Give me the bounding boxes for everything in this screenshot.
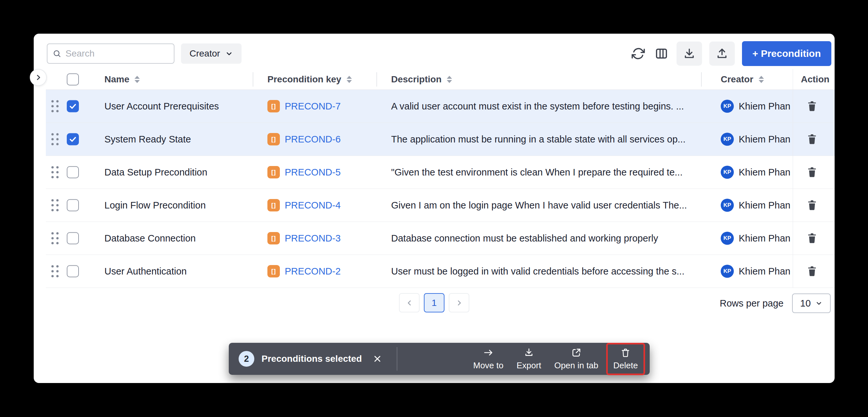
header-description[interactable]: Description	[376, 69, 701, 90]
refresh-button[interactable]	[630, 45, 646, 62]
precondition-badge-icon: []	[268, 199, 280, 211]
avatar: KP	[721, 100, 734, 113]
open-in-tab-label: Open in tab	[554, 360, 598, 371]
sort-icon[interactable]	[759, 76, 764, 83]
avatar: KP	[721, 199, 734, 212]
creator-filter-button[interactable]: Creator	[181, 43, 242, 64]
trash-icon	[806, 232, 818, 244]
open-in-tab-icon	[571, 347, 582, 358]
row-checkbox[interactable]	[67, 133, 79, 145]
sidebar-expand-button[interactable]	[30, 69, 47, 86]
next-page-button[interactable]	[449, 293, 469, 312]
selection-label: Preconditions selected	[261, 354, 362, 364]
avatar: KP	[721, 166, 734, 179]
drag-handle-icon[interactable]	[52, 133, 59, 145]
sort-icon[interactable]	[134, 76, 140, 83]
sort-icon[interactable]	[447, 76, 452, 83]
trash-icon	[806, 166, 818, 178]
chevron-right-icon	[35, 74, 42, 81]
creator-name: Khiem Phan	[739, 134, 790, 145]
header-name[interactable]: Name	[46, 69, 253, 90]
drag-handle-icon[interactable]	[52, 232, 59, 244]
download-icon	[683, 47, 695, 60]
select-all-checkbox[interactable]	[67, 73, 79, 85]
precondition-badge-icon: []	[268, 100, 280, 112]
move-to-button[interactable]: Move to	[468, 345, 509, 373]
sort-icon[interactable]	[347, 76, 352, 83]
search-input[interactable]	[65, 48, 168, 59]
toolbar: Creator	[47, 38, 831, 69]
key-cell: [] PRECOND-6	[253, 123, 376, 155]
columns-button[interactable]	[654, 46, 669, 62]
row-checkbox[interactable]	[67, 265, 79, 277]
key-cell: [] PRECOND-5	[253, 156, 376, 188]
rows-per-page-label: Rows per page	[720, 298, 783, 309]
precondition-badge-icon: []	[268, 265, 280, 277]
table-row: User Account Prerequisites [] PRECOND-7 …	[46, 90, 835, 123]
add-precondition-button[interactable]: + Precondition	[742, 41, 831, 66]
clear-selection-button[interactable]	[371, 353, 383, 365]
open-in-tab-button[interactable]: Open in tab	[549, 345, 603, 373]
export-selected-button[interactable]: Export	[511, 345, 546, 373]
precondition-key-link[interactable]: PRECOND-5	[285, 167, 341, 178]
precondition-key-link[interactable]: PRECOND-3	[285, 233, 341, 244]
row-checkbox[interactable]	[67, 232, 79, 244]
delete-row-button[interactable]	[805, 231, 819, 245]
delete-row-button[interactable]	[805, 165, 819, 179]
delete-row-button[interactable]	[805, 198, 819, 212]
drag-handle-icon[interactable]	[52, 199, 59, 211]
action-cell	[793, 222, 835, 254]
description-cell: User must be logged in with valid creden…	[376, 255, 701, 287]
header-creator-label: Creator	[721, 74, 753, 84]
precondition-key-link[interactable]: PRECOND-7	[285, 101, 341, 112]
rows-per-page-select[interactable]: 10	[792, 293, 831, 313]
divider	[397, 347, 397, 371]
header-precondition-key[interactable]: Precondition key	[253, 69, 376, 90]
trash-icon	[806, 199, 818, 211]
add-precondition-label: + Precondition	[752, 48, 821, 59]
action-cell	[793, 123, 835, 155]
rows-per-page: Rows per page 10	[720, 293, 831, 313]
previous-page-button[interactable]	[399, 293, 420, 312]
columns-icon	[655, 47, 668, 60]
drag-handle-icon[interactable]	[52, 265, 59, 277]
delete-row-button[interactable]	[805, 264, 819, 278]
precondition-description: The application must be running in a sta…	[391, 134, 685, 145]
name-cell: Database Connection	[46, 222, 253, 254]
precondition-key-link[interactable]: PRECOND-4	[285, 200, 341, 211]
page-1-button[interactable]: 1	[424, 293, 444, 312]
precondition-description: User must be logged in with valid creden…	[391, 266, 684, 277]
delete-selected-button[interactable]: Delete	[606, 343, 645, 375]
trash-icon	[806, 265, 818, 277]
selection-actions: Move to Export Open in tab Delete	[468, 343, 645, 375]
precondition-key-link[interactable]: PRECOND-6	[285, 134, 341, 145]
search-box[interactable]	[47, 43, 175, 64]
precondition-badge-icon: []	[268, 232, 280, 244]
creator-name: Khiem Phan	[739, 266, 790, 277]
creator-name: Khiem Phan	[739, 167, 790, 178]
delete-label: Delete	[613, 360, 638, 371]
delete-row-button[interactable]	[805, 99, 819, 113]
precondition-name: User Account Prerequisites	[104, 101, 219, 112]
key-cell: [] PRECOND-7	[253, 90, 376, 123]
action-cell	[793, 90, 835, 123]
precondition-key-link[interactable]: PRECOND-2	[285, 266, 341, 277]
header-creator[interactable]: Creator	[701, 69, 793, 90]
row-checkbox[interactable]	[67, 100, 79, 112]
trash-icon	[806, 100, 818, 112]
precondition-name: User Authentication	[104, 266, 187, 277]
drag-handle-icon[interactable]	[52, 166, 59, 178]
row-checkbox[interactable]	[67, 166, 79, 178]
table-row: Login Flow Precondition [] PRECOND-4 Giv…	[46, 189, 835, 222]
preconditions-panel: Creator	[34, 34, 835, 383]
precondition-badge-icon: []	[268, 133, 280, 145]
table-row: User Authentication [] PRECOND-2 User mu…	[46, 255, 835, 288]
avatar: KP	[721, 265, 734, 278]
import-button[interactable]	[677, 41, 702, 66]
drag-handle-icon[interactable]	[52, 100, 59, 112]
delete-row-button[interactable]	[805, 132, 819, 146]
chevron-down-icon	[815, 300, 823, 307]
precondition-description: Given I am on the login page When I have…	[391, 200, 687, 211]
export-button[interactable]	[709, 41, 735, 66]
row-checkbox[interactable]	[67, 199, 79, 211]
